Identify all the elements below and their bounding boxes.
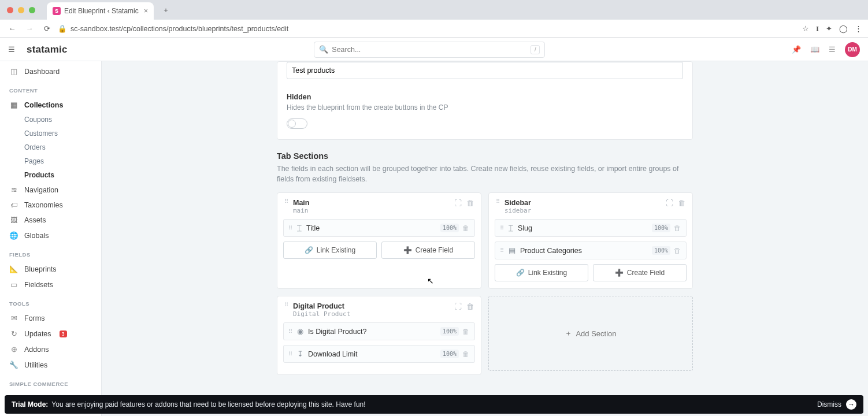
sidebar-item-updates[interactable]: ↻Updates3	[0, 326, 101, 341]
minimize-window-icon[interactable]	[18, 7, 24, 13]
sidebar-item-collections[interactable]: ▦Collections	[0, 97, 101, 113]
plus-box-icon: ➕	[403, 246, 412, 254]
title-input[interactable]	[287, 62, 683, 79]
drag-handle-icon[interactable]: ⠿	[284, 302, 288, 308]
reload-button[interactable]: ⟳	[40, 24, 53, 33]
sidebar-item-forms[interactable]: ✉Forms	[0, 310, 101, 326]
assets-icon: 🖼	[9, 216, 18, 224]
settings-icon[interactable]: ☰	[829, 45, 836, 54]
new-tab-button[interactable]: +	[158, 2, 173, 17]
field-type-icon: ⌶	[509, 224, 513, 232]
dismiss-arrow-icon[interactable]: →	[846, 399, 856, 410]
sidebar-item-globals[interactable]: 🌐Globals	[0, 228, 101, 243]
profile-icon[interactable]: ◯	[839, 24, 848, 34]
field-width[interactable]: 100%	[440, 327, 459, 336]
browser-chrome: S Edit Blueprint ‹ Statamic × + ← → ⟳ 🔒 …	[0, 0, 868, 38]
tab-close-icon[interactable]: ×	[144, 7, 148, 15]
forward-button[interactable]: →	[23, 24, 36, 33]
field-label: Title	[306, 224, 320, 232]
star-icon[interactable]: ☆	[802, 24, 809, 34]
browser-menu-icon[interactable]: ⋮	[855, 24, 862, 34]
sidebar-item-blueprints[interactable]: 📐Blueprints	[0, 261, 101, 277]
trial-mode-label: Trial Mode:	[12, 400, 48, 408]
create-field-button[interactable]: ➕Create Field	[381, 242, 475, 259]
hidden-help: Hides the blueprint from the create butt…	[287, 103, 683, 112]
field-width[interactable]: 100%	[440, 224, 459, 232]
hidden-toggle[interactable]	[287, 118, 307, 129]
drag-handle-icon[interactable]: ⠿	[500, 225, 504, 231]
field-label: Is Digital Product?	[308, 328, 366, 336]
trash-icon[interactable]: 🗑	[466, 302, 474, 311]
field-width[interactable]: 100%	[652, 246, 670, 255]
sidebar-subitem-coupons[interactable]: Coupons	[0, 113, 101, 127]
expand-icon[interactable]: ⛶	[454, 199, 462, 207]
tab-section-card: ⠿Sidebarsidebar⛶🗑⠿⌶Slug100%🗑⠿▤Product Ca…	[488, 192, 693, 289]
close-window-icon[interactable]	[7, 7, 13, 13]
extensions-icon[interactable]: ✦	[826, 24, 832, 34]
sidebar-heading: FIELDS	[0, 243, 101, 261]
field-row[interactable]: ⠿▤Product Categories100%🗑	[495, 242, 687, 259]
menu-toggle-icon[interactable]: ☰	[8, 45, 18, 54]
field-label: Product Categories	[520, 247, 582, 255]
link-existing-button[interactable]: 🔗Link Existing	[495, 264, 588, 281]
toggle-knob-icon	[288, 120, 296, 128]
dismiss-button[interactable]: Dismiss	[817, 400, 841, 408]
link-icon: 🔗	[305, 246, 313, 254]
expand-icon[interactable]: ⛶	[666, 199, 673, 207]
browser-tab[interactable]: S Edit Blueprint ‹ Statamic ×	[47, 2, 154, 20]
sidebar-heading: TOOLS	[0, 292, 101, 310]
sidebar-item-dashboard[interactable]: ◫Dashboard	[0, 64, 101, 79]
trash-icon[interactable]: 🗑	[462, 350, 470, 358]
field-width[interactable]: 100%	[652, 224, 670, 232]
trash-icon[interactable]: 🗑	[462, 224, 470, 232]
addons-icon: ⊕	[9, 345, 18, 354]
brand-logo: statamic	[27, 44, 68, 55]
drag-handle-icon[interactable]: ⠿	[288, 351, 292, 357]
drag-handle-icon[interactable]: ⠿	[288, 225, 292, 231]
field-row[interactable]: ⠿⌶Slug100%🗑	[495, 219, 687, 237]
expand-icon[interactable]: ⛶	[454, 302, 462, 311]
docs-icon[interactable]: 📖	[810, 45, 819, 54]
field-width[interactable]: 100%	[440, 350, 459, 358]
drag-handle-icon[interactable]: ⠿	[284, 199, 288, 205]
drag-handle-icon[interactable]: ⠿	[288, 329, 292, 335]
sidebar-item-addons[interactable]: ⊕Addons	[0, 341, 101, 357]
sidebar-subitem-pages[interactable]: Pages	[0, 154, 101, 168]
main-content: Hidden Hides the blueprint from the crea…	[102, 61, 868, 416]
field-type-icon: ▤	[509, 246, 515, 255]
trash-icon[interactable]: 🗑	[678, 199, 685, 207]
avatar[interactable]: DM	[845, 42, 860, 57]
drag-handle-icon[interactable]: ⠿	[500, 248, 504, 254]
trash-icon[interactable]: 🗑	[462, 328, 470, 336]
trash-icon[interactable]: 🗑	[466, 199, 474, 207]
pin-icon[interactable]: 📌	[792, 45, 801, 54]
trash-icon[interactable]: 🗑	[674, 224, 681, 232]
text-cursor-icon[interactable]: I	[816, 24, 819, 34]
sidebar-item-assets[interactable]: 🖼Assets	[0, 213, 101, 228]
field-row[interactable]: ⠿⌶Title100%🗑	[283, 219, 475, 237]
drag-handle-icon[interactable]: ⠿	[496, 199, 500, 205]
back-button[interactable]: ←	[6, 24, 18, 33]
sidebar-item-navigation[interactable]: ≋Navigation	[0, 182, 101, 198]
sidebar-item-fieldsets[interactable]: ▭Fieldsets	[0, 277, 101, 292]
sidebar-item-utilities[interactable]: 🔧Utilities	[0, 357, 101, 373]
create-field-button[interactable]: ➕Create Field	[593, 264, 687, 281]
search-box[interactable]: 🔍 /	[314, 42, 545, 58]
sidebar-subitem-customers[interactable]: Customers	[0, 127, 101, 140]
sidebar-item-taxonomies[interactable]: 🏷Taxonomies	[0, 198, 101, 213]
add-section-button[interactable]: ＋Add Section	[488, 296, 693, 371]
trash-icon[interactable]: 🗑	[674, 247, 681, 255]
address-bar[interactable]: 🔒 sc-sandbox.test/cp/collections/product…	[58, 24, 797, 33]
section-title[interactable]: Digital Product	[293, 302, 450, 310]
tab-sections-help: The fields in each section will be group…	[277, 164, 693, 184]
maximize-window-icon[interactable]	[29, 7, 35, 13]
section-title[interactable]: Sidebar	[505, 199, 661, 207]
section-title[interactable]: Main	[293, 199, 450, 207]
sidebar-subitem-orders[interactable]: Orders	[0, 140, 101, 154]
field-type-icon: ◉	[297, 327, 303, 336]
field-row[interactable]: ⠿◉Is Digital Product?100%🗑	[283, 322, 475, 340]
link-existing-button[interactable]: 🔗Link Existing	[283, 242, 377, 259]
sidebar-subitem-products[interactable]: Products	[0, 168, 101, 182]
field-row[interactable]: ⠿↧Download Limit100%🗑	[283, 345, 475, 363]
search-input[interactable]	[332, 46, 527, 54]
